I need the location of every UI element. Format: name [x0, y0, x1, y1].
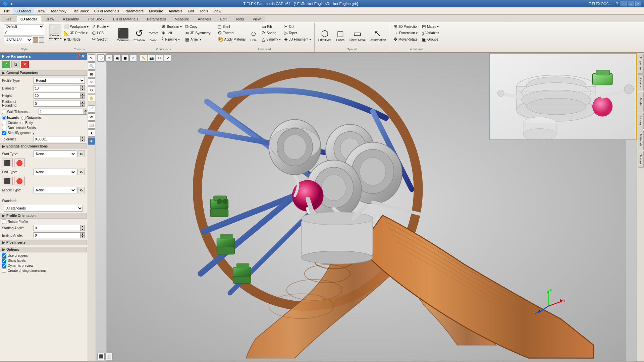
3dnode-btn[interactable]: ●3D Node — [62, 36, 90, 42]
menu-file[interactable]: File — [1, 8, 13, 14]
middle-type-settings-btn[interactable]: ⚙ — [77, 187, 85, 193]
3dfragment-btn[interactable]: ◈3D Fragment ▾ — [283, 36, 312, 42]
blend-btn[interactable]: 〰 Blend — [147, 23, 160, 47]
rotation-btn[interactable]: ↺ Rotation — [132, 23, 147, 47]
vp-wireframe-btn[interactable]: ▣ — [113, 54, 121, 62]
menu-titleblock[interactable]: Title Block — [69, 8, 91, 14]
menu-assembly[interactable]: Assembly — [48, 8, 69, 14]
array-btn[interactable]: ▦Array ▾ — [184, 36, 212, 42]
standard-select[interactable]: All standards — [4, 205, 83, 212]
height-down-btn[interactable]: ▼ — [80, 96, 85, 99]
create-driving-dim-checkbox[interactable] — [2, 268, 6, 273]
vp-blue-btn[interactable]: ■ — [88, 137, 95, 145]
tolerance-input[interactable] — [34, 136, 80, 142]
boolean-btn[interactable]: ⊕Boolean ▾ — [160, 23, 183, 29]
rp-scenes-btn[interactable]: Scenes — [638, 151, 644, 168]
outwards-option[interactable]: Outwards — [21, 116, 41, 120]
vp-outline-btn[interactable]: ○ — [129, 54, 137, 62]
ending-angle-up-btn[interactable]: ▲ — [80, 232, 85, 235]
pipe-inserts-header[interactable]: ▶Pipe Inserts — [0, 240, 87, 245]
tab-file[interactable]: File — [1, 16, 16, 22]
vp-shaded-btn[interactable]: ◼ — [121, 54, 129, 62]
rib-btn[interactable]: ▭Rib — [260, 23, 282, 29]
rp-model-btn[interactable]: Model — [638, 92, 644, 112]
rp-properties-btn[interactable]: Properties — [638, 54, 644, 74]
panel-pin-icon[interactable]: 📌 — [76, 54, 81, 59]
3dprofile-btn[interactable]: 📐3D Profile ▾ — [62, 30, 90, 36]
cancel-button[interactable]: ✕ — [21, 61, 29, 68]
tab-3dmodel[interactable]: 3D Model — [16, 16, 41, 22]
options-header[interactable]: ▶Options — [0, 247, 87, 252]
tab-draw[interactable]: Draw — [41, 16, 59, 22]
vp-zoom-btn[interactable]: 🔍 — [88, 62, 95, 70]
start-icon-2[interactable]: 🔴 — [14, 159, 25, 167]
workplane-btn[interactable]: ⬜Workplane ▾ — [62, 23, 90, 29]
menu-tools[interactable]: Tools — [197, 8, 211, 14]
tab-measure[interactable]: Measure — [170, 16, 194, 22]
wall-thickness-down-btn[interactable]: ▼ — [84, 112, 87, 115]
height-input[interactable] — [34, 93, 80, 99]
dynamic-preview-checkbox[interactable] — [2, 263, 6, 268]
rotate-profile-checkbox[interactable] — [2, 220, 6, 224]
menu-bom[interactable]: Bill of Materials — [92, 8, 122, 14]
wall-thickness-input[interactable] — [39, 109, 84, 115]
start-icon-1[interactable]: ⬛ — [2, 159, 13, 167]
menu-draw[interactable]: Draw — [34, 8, 48, 14]
middle-type-select[interactable]: None — [34, 187, 76, 193]
end-type-select[interactable]: None — [34, 169, 76, 175]
wall-thickness-up-btn[interactable]: ▲ — [84, 109, 87, 112]
create-one-body-checkbox[interactable] — [2, 121, 6, 125]
pipeline-btn[interactable]: ⌇Pipeline ▾ — [160, 36, 183, 42]
inwards-radio[interactable] — [2, 116, 6, 120]
vp-pan-btn[interactable]: ✋ — [88, 95, 95, 102]
start-type-settings-btn[interactable]: ⚙ — [77, 150, 85, 157]
tolerance-down-btn[interactable]: ▼ — [80, 139, 85, 142]
height-up-btn[interactable]: ▲ — [80, 93, 85, 96]
tab-edit[interactable]: Edit — [216, 16, 231, 22]
lcs-btn[interactable]: ⊕LCS — [91, 30, 111, 36]
panel-close-icon[interactable]: ✕ — [82, 54, 85, 59]
section-btn[interactable]: ✂Section — [91, 36, 111, 42]
shell-btn[interactable]: ◻Shell — [216, 23, 247, 29]
route-btn[interactable]: ↗Route ▾ — [91, 23, 111, 29]
profile-orientation-header[interactable]: ▶Profile Orientation — [0, 213, 87, 219]
tab-titleblock[interactable]: Title Block — [83, 16, 109, 22]
applymaterial-btn[interactable]: 🎨Apply Material — [216, 36, 247, 42]
menu-parameters[interactable]: Parameters — [122, 8, 146, 14]
material-select[interactable]: ASTM A36 — [4, 37, 32, 43]
confirm-button[interactable]: ✓ — [2, 61, 10, 68]
menu-edit[interactable]: Edit — [185, 8, 197, 14]
start-type-select[interactable]: None — [34, 150, 76, 157]
vp-split-btn[interactable]: ⬜ — [105, 353, 113, 360]
end-icon-1[interactable]: ⬛ — [2, 177, 13, 185]
variables-btn[interactable]: χVariables — [421, 30, 441, 36]
vp-section-view-btn[interactable]: ✂ — [156, 54, 163, 62]
rp-library-btn[interactable]: Library — [638, 113, 644, 129]
menu-view[interactable]: View — [211, 8, 224, 14]
general-params-header[interactable]: ▶General Parameters — [0, 70, 87, 76]
profile-type-select[interactable]: Round Square Rectangular — [34, 77, 85, 84]
vp-cross-btn[interactable]: ✕ — [88, 78, 95, 86]
minimize-button[interactable]: − — [621, 1, 627, 6]
inwards-option[interactable]: Inwards — [2, 116, 19, 120]
outwards-radio[interactable] — [21, 116, 26, 120]
spring-btn[interactable]: ⟳Spring — [260, 30, 282, 36]
dimension-btn[interactable]: ↔Dimension ▾ — [392, 30, 420, 36]
3dsymmetry-btn[interactable]: ⇔3D Symmetry — [184, 30, 212, 36]
tab-bom[interactable]: Bill of Materials — [109, 16, 143, 22]
2dprojection-btn[interactable]: ⊞2D Projection — [392, 23, 420, 29]
ending-angle-down-btn[interactable]: ▼ — [80, 235, 85, 238]
vp-book-btn[interactable]: 📖 — [88, 121, 95, 129]
deformation-btn[interactable]: ⤡ Deformation — [368, 23, 388, 47]
mates-btn[interactable]: ⊟Mates ▾ — [421, 23, 441, 29]
tab-assembly[interactable]: Assembly — [58, 16, 83, 22]
dont-create-solids-checkbox[interactable] — [2, 126, 6, 130]
primitives-btn[interactable]: ⬡ Primitives — [317, 23, 333, 47]
vp-filter-btn[interactable]: ⊞ — [88, 70, 95, 78]
viewport-area[interactable]: ↖ 🔍 ⊞ ✕ ↻ ✋ 📄 👁 📖 ★ ■ ⊟ ⚙ ▣ ◼ ○ 📏 📷 ✂ ⤢ — [87, 53, 637, 361]
rp-layers-btn[interactable]: Layers — [638, 74, 644, 91]
tab-tools[interactable]: Tools — [231, 16, 249, 22]
diameter-down-btn[interactable]: ▼ — [80, 88, 85, 91]
tab-view[interactable]: View — [248, 16, 265, 22]
menu-analysis[interactable]: Analysis — [166, 8, 185, 14]
